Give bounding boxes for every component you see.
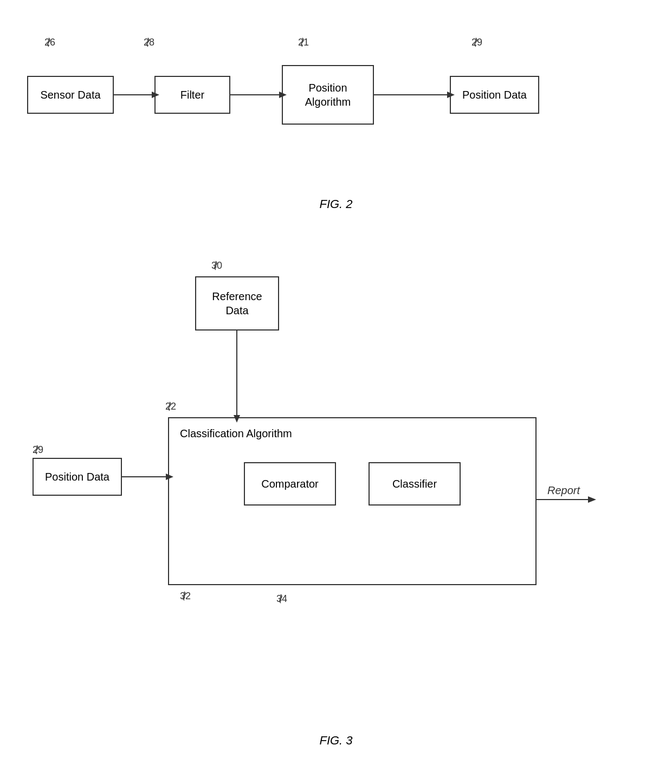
squiggle-21 [298,37,309,48]
squiggle-22 [165,401,176,412]
position-data-in-label: Position Data [45,470,109,484]
classifier-label: Classifier [392,477,437,491]
reference-data-box: Reference Data [195,276,279,331]
svg-text:Report: Report [547,484,580,496]
position-data-box-fig2: Position Data [450,76,539,114]
position-algorithm-box: Position Algorithm [282,65,374,125]
fig2-area: 26 28 21 29 Sensor Data Filter Position … [16,22,656,217]
filter-box: Filter [154,76,230,114]
comparator-label: Comparator [261,477,319,491]
squiggle-29-fig2 [471,37,482,48]
fig2-caption: FIG. 2 [319,197,352,211]
squiggle-32 [180,591,191,601]
fig3-area: 30 22 29 32 34 Reference Data Position D… [16,244,656,753]
fig3-caption: FIG. 3 [319,734,352,748]
classifier-box: Classifier [369,462,461,506]
classification-algorithm-label: Classification Algorithm [180,426,292,440]
classification-algorithm-box: Classification Algorithm Comparator Clas… [168,417,537,585]
squiggle-34 [276,593,287,604]
filter-label: Filter [180,88,204,102]
position-data-label-fig2: Position Data [462,88,527,102]
page: 26 28 21 29 Sensor Data Filter Position … [0,0,672,784]
comparator-box: Comparator [244,462,336,506]
position-data-in-box: Position Data [33,458,122,496]
reference-data-label: Reference Data [212,289,262,318]
squiggle-29-fig3 [33,444,43,455]
position-algorithm-label: Position Algorithm [305,81,351,109]
sensor-data-box: Sensor Data [27,76,114,114]
squiggle-28 [144,37,154,48]
svg-marker-11 [588,496,596,503]
squiggle-30 [211,260,222,271]
squiggle-26 [44,37,55,48]
sensor-data-label: Sensor Data [40,88,100,102]
